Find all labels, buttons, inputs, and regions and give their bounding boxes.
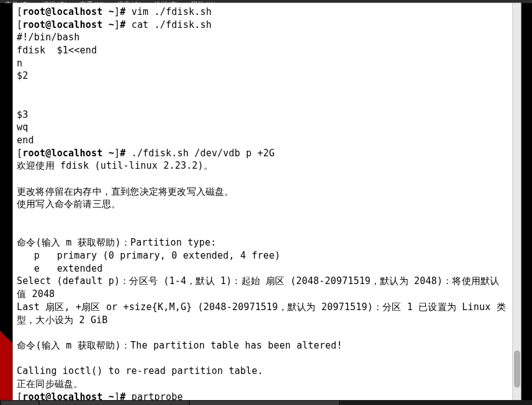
taskbar-item-2[interactable]	[40, 401, 189, 405]
out-13: 命令(输入 m 获取帮助)：The partition table has be…	[17, 339, 508, 352]
out-11: Last 扇区, +扇区 or +size{K,M,G} (2048-20971…	[17, 301, 508, 326]
script-line-9: end	[17, 134, 508, 147]
out-2	[17, 172, 508, 185]
taskbar-item-3[interactable]	[190, 401, 339, 405]
script-line-2: fdisk $1<<end	[17, 44, 508, 57]
cmd-vim: vim ./fdisk.sh	[132, 6, 212, 17]
out-9: e extended	[17, 262, 508, 275]
terminal-window: [root@localhost ~]# vim ./fdisk.sh [root…	[12, 2, 521, 401]
prompt-line-1: [root@localhost ~]# vim ./fdisk.sh	[17, 6, 508, 19]
out-4: 使用写入命令前请三思。	[17, 198, 508, 211]
out-14	[17, 352, 508, 365]
script-line-3: n	[17, 57, 508, 70]
prompt-path: ~	[109, 6, 114, 17]
cmd-cat: cat ./fdisk.sh	[132, 19, 212, 30]
out-1: 欢迎使用 fdisk (util-linux 2.23.2)。	[17, 159, 508, 172]
taskbar	[0, 400, 532, 405]
cmd-partprobe: partprobe	[132, 391, 183, 401]
prompt-line-2: [root@localhost ~]# cat ./fdisk.sh	[17, 19, 508, 32]
out-5	[17, 211, 508, 224]
script-line-7: $3	[17, 109, 508, 122]
cmd-run: ./fdisk.sh /dev/vdb p +2G	[132, 148, 275, 159]
scrollbar-thumb[interactable]	[514, 350, 520, 388]
out-16: 正在同步磁盘。	[17, 378, 508, 391]
script-line-5	[17, 82, 508, 96]
out-3: 更改将停留在内存中，直到您决定将更改写入磁盘。	[17, 185, 508, 198]
out-15: Calling ioctl() to re-read partition tab…	[17, 365, 508, 378]
prompt-line-4: [root@localhost ~]# partprobe	[17, 391, 508, 401]
script-line-4: $2	[17, 69, 508, 82]
desktop: 文件(F) 编辑(E) 查看(V) 搜索(S) 终端(T) 帮助(H) [roo…	[0, 0, 532, 405]
prompt-user: root	[22, 6, 45, 17]
prompt-symbol: #	[120, 6, 125, 17]
out-8: p primary (0 primary, 0 extended, 4 free…	[17, 249, 508, 262]
script-line-8: wq	[17, 121, 508, 134]
terminal-body[interactable]: [root@localhost ~]# vim ./fdisk.sh [root…	[13, 3, 512, 401]
out-7: 命令(输入 m 获取帮助)：Partition type:	[17, 236, 508, 249]
terminal-scrollbar[interactable]	[512, 3, 521, 401]
out-10: Select (default p)：分区号 (1-4，默认 1)：起始 扇区 …	[17, 275, 508, 300]
taskbar-item-1[interactable]	[1, 401, 38, 405]
prompt-line-3: [root@localhost ~]# ./fdisk.sh /dev/vdb …	[17, 147, 508, 160]
script-line-6	[17, 96, 508, 109]
script-line-1: #!/bin/bash	[17, 31, 508, 44]
prompt-host: localhost	[51, 6, 102, 17]
out-12	[17, 326, 508, 339]
out-6	[17, 224, 508, 237]
